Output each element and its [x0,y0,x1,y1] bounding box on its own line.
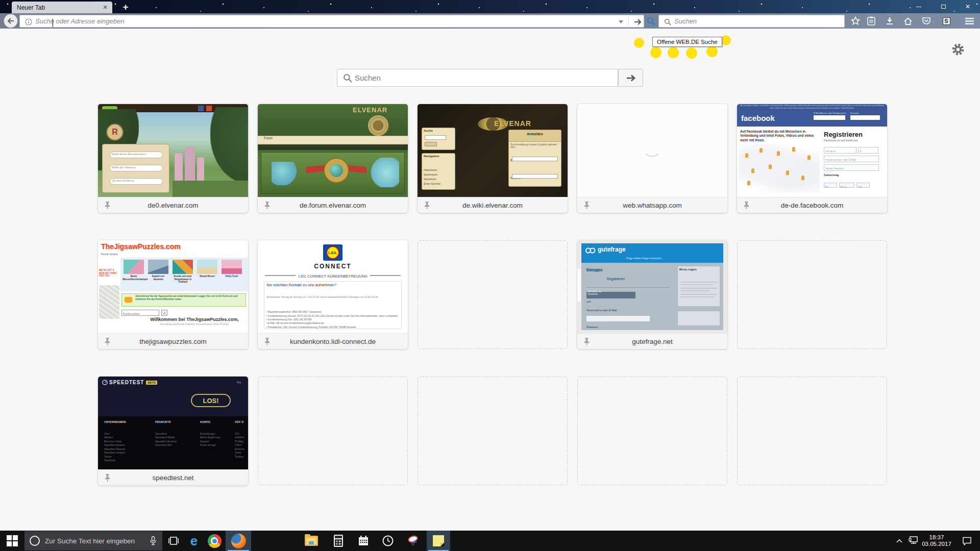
gaze-dot [668,47,679,58]
pin-icon[interactable] [105,338,110,348]
thumb-fb-logo: facebook [741,114,775,122]
action-center-button[interactable] [958,531,976,551]
downloads-icon[interactable] [882,13,897,29]
back-button[interactable] [4,14,18,28]
address-bar[interactable] [19,15,644,28]
gaze-dot [706,46,718,57]
newtab-search-input[interactable] [355,69,610,86]
calculator-taskbar-icon[interactable] [327,531,350,551]
pin-icon[interactable] [584,338,590,348]
search-bar[interactable] [658,15,845,28]
edge-logo: e [190,534,198,547]
thumb-cookie-banner: Wir verwenden Cookies, um Inhalte zu per… [737,104,887,111]
bookmark-star-icon[interactable] [848,13,863,29]
lidl-contact-box: Sie möchten Kontakt zu uns aufnehmen? Se… [264,281,402,329]
thumb-fb-tagline: Auf Facebook bleibst du mit Menschen in … [740,130,817,143]
tile-label-bar: de.wiki.elvenar.com [418,197,568,213]
start-button[interactable] [0,531,24,551]
tray-show-hidden-icons[interactable] [892,531,906,551]
gf-side-panel: Wozu regist [677,266,720,307]
thumb-tree [210,107,248,184]
thumb-crystals [369,158,399,187]
bookmarks-library-icon[interactable] [864,13,879,29]
topsite-tile-elvenar[interactable]: R Wähle deinen Benutzernamen Wähle dein … [98,104,248,213]
pin-icon[interactable] [584,202,590,212]
search-input[interactable] [674,15,827,27]
thumb-medallion [368,115,388,136]
gallery-pic [173,260,193,274]
gaze-dot [721,35,731,45]
topsite-tile-facebook[interactable]: Wir verwenden Cookies, um Inhalte zu per… [737,104,887,213]
empty-tile-slot [418,240,568,349]
lidl-logo: LIDL [323,244,342,261]
addon-letter: S [943,17,950,25]
topsite-tile-lidl[interactable]: LIDL CONNECT LIDL CONNECT KUNDENBETREUUN… [258,240,408,349]
tile-label-bar: kundenkonto.lidl-connect.de [258,333,408,349]
gf-user-input [586,316,650,321]
webde-search-icon[interactable] [645,15,657,28]
thumb-forum-bar: Foren [258,136,408,144]
thumb-promo: WE'VE GOT A NEW BIG THING FOR YOU. [99,269,119,284]
gallery-pic [148,260,168,274]
window-close-button[interactable]: ✕ [955,0,980,13]
tab-close-icon[interactable]: ✕ [101,4,109,12]
thumb-fb-pass-input [850,115,880,120]
go-button[interactable] [631,15,644,28]
pin-icon[interactable] [264,338,270,348]
empty-tile-slot [737,377,887,485]
map-person [751,168,754,173]
newtab-search-box[interactable] [337,69,618,87]
window-maximize-button[interactable] [931,0,955,13]
pin-icon[interactable] [744,202,749,212]
cortana-search-box[interactable]: Zur Suche Text hier eingeben [24,531,162,550]
topsite-tile-elvenar-wiki[interactable]: ELVENAR Suche Navigation Hauptseite Spie… [418,104,568,213]
firefox-taskbar-icon[interactable] [226,531,251,551]
urlbar-dropdown-icon[interactable] [616,15,625,28]
empty-tile-slot [258,377,408,485]
session-addon-icon[interactable]: S [939,13,954,29]
alarms-taskbar-icon[interactable] [377,531,399,551]
map-person [769,164,772,169]
microphone-icon[interactable] [150,536,156,545]
pin-icon[interactable] [424,202,430,212]
topsite-tile-gutefrage[interactable]: gutefrage Frage stellen Fragen Antworten… [577,240,727,349]
topsite-tile-speedtest[interactable]: SPEEDTEST BETA Erg LOS! UNTERNEHMEN Über… [98,377,248,485]
chrome-taskbar-icon[interactable] [203,531,226,551]
window-minimize-button[interactable] [906,0,931,13]
gallery-pic [197,260,217,274]
topsite-tile-whatsapp[interactable]: web.whatsapp.com [577,104,727,213]
url-input[interactable] [35,15,612,27]
thumb-fb-badge [198,106,204,111]
chrome-logo [208,534,222,548]
task-view-button[interactable] [162,531,185,551]
pin-icon[interactable] [264,202,270,212]
menu-hamburger-icon[interactable] [962,13,977,29]
gallery-pic [124,260,144,274]
topsite-tile-jigsaw[interactable]: TheJigsawPuzzles.com Puzzle Genere Bunte… [98,240,248,349]
calendar-taskbar-icon[interactable] [352,531,375,551]
pin-icon[interactable] [105,202,110,212]
new-tab-button[interactable]: + [119,2,132,13]
site-thumbnail: Wir verwenden Cookies, um Inhalte zu per… [737,104,887,197]
newtab-settings-gear-icon[interactable] [951,43,965,56]
site-label: web.whatsapp.com [577,202,727,209]
edge-taskbar-icon[interactable]: e [183,531,205,551]
map-person [786,170,789,175]
snipping-tool-taskbar-icon[interactable]: ✂ [402,531,425,551]
calendar-icon [358,535,369,546]
pin-icon[interactable] [105,474,110,484]
file-explorer-taskbar-icon[interactable] [300,531,323,551]
topsite-tile-elvenar-forum[interactable]: ELVENAR Foren [258,104,408,213]
page-info-icon[interactable] [24,15,33,28]
text-caret [53,19,53,27]
newtab-search-go-button[interactable] [618,69,643,87]
tooltip: Offene WEB.DE Suche [652,37,722,47]
home-icon[interactable] [900,13,916,29]
close-icon: ✕ [965,4,970,10]
sticky-notes-taskbar-icon[interactable] [427,531,450,551]
pocket-icon[interactable] [919,13,934,29]
thumb-pass-input [512,174,558,179]
tray-clock[interactable]: 18:37 03.05.2017 [916,531,958,551]
site-label: de.forum.elvenar.com [258,202,408,209]
tab-neuer-tab[interactable]: Neuer Tab ✕ [12,2,112,13]
